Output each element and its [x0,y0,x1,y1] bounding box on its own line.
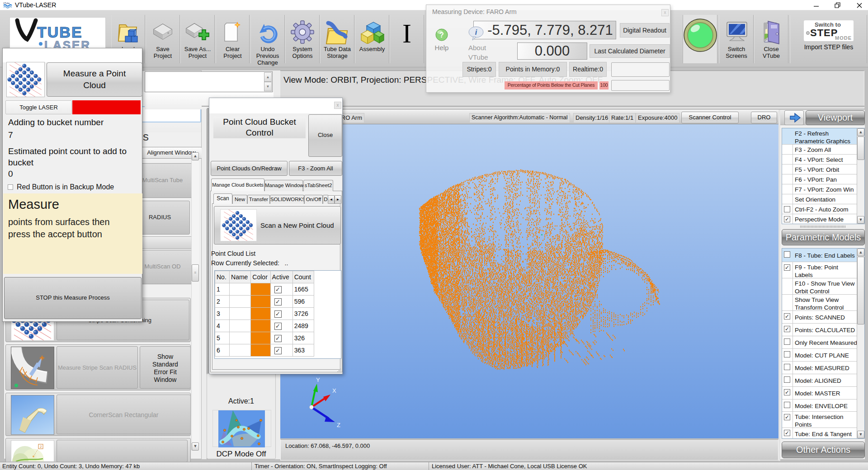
svg-text:Y: Y [316,376,320,383]
svg-text:i: i [475,28,477,36]
svg-text:2: 2 [40,445,42,449]
svg-text:VTube: VTube [3,2,10,5]
svg-text:Z: Z [337,422,340,428]
svg-text:X: X [332,387,336,394]
svg-text:?: ? [439,31,444,39]
